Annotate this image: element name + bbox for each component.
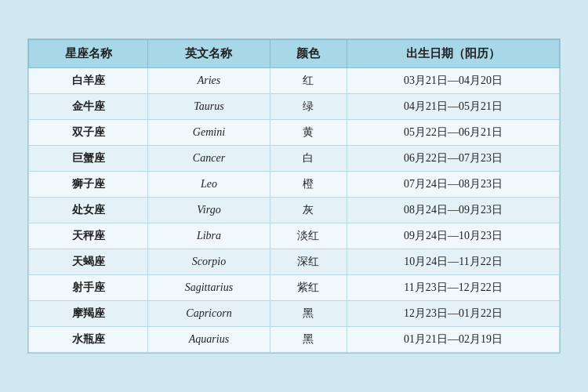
cell-chinese-name: 射手座 [29,275,148,301]
cell-chinese-name: 摩羯座 [29,301,148,327]
zodiac-table: 星座名称 英文名称 颜色 出生日期（阳历） 白羊座Aries红03月21日—04… [28,39,560,353]
header-english-name: 英文名称 [148,40,270,68]
cell-chinese-name: 白羊座 [29,68,148,94]
header-color: 颜色 [270,40,347,68]
table-row: 射手座Sagittarius紫红11月23日—12月22日 [29,275,560,301]
cell-color: 淡红 [270,223,347,249]
cell-dates: 08月24日—09月23日 [347,198,560,223]
table-row: 摩羯座Capricorn黑12月23日—01月22日 [29,301,560,327]
cell-dates: 06月22日—07月23日 [347,146,560,172]
table-row: 双子座Gemini黄05月22日—06月21日 [29,120,560,146]
cell-dates: 03月21日—04月20日 [347,68,560,94]
cell-color: 绿 [270,94,347,120]
cell-color: 灰 [270,198,347,223]
cell-color: 紫红 [270,275,347,301]
header-chinese-name: 星座名称 [29,40,148,68]
table-header-row: 星座名称 英文名称 颜色 出生日期（阳历） [29,40,560,68]
cell-english-name: Sagittarius [148,275,270,301]
cell-dates: 10月24日—11月22日 [347,249,560,275]
cell-dates: 11月23日—12月22日 [347,275,560,301]
cell-english-name: Cancer [148,146,270,172]
cell-color: 橙 [270,172,347,198]
cell-dates: 01月21日—02月19日 [347,327,560,353]
table-body: 白羊座Aries红03月21日—04月20日金牛座Taurus绿04月21日—0… [29,68,560,353]
cell-color: 红 [270,68,347,94]
cell-chinese-name: 水瓶座 [29,327,148,353]
cell-chinese-name: 狮子座 [29,172,148,198]
cell-chinese-name: 处女座 [29,198,148,223]
table-row: 天秤座Libra淡红09月24日—10月23日 [29,223,560,249]
cell-color: 黑 [270,301,347,327]
cell-english-name: Gemini [148,120,270,146]
cell-english-name: Aquarius [148,327,270,353]
cell-english-name: Taurus [148,94,270,120]
cell-english-name: Virgo [148,198,270,223]
cell-english-name: Scorpio [148,249,270,275]
table-row: 处女座Virgo灰08月24日—09月23日 [29,198,560,223]
cell-dates: 12月23日—01月22日 [347,301,560,327]
cell-english-name: Leo [148,172,270,198]
table-row: 巨蟹座Cancer白06月22日—07月23日 [29,146,560,172]
cell-dates: 09月24日—10月23日 [347,223,560,249]
cell-english-name: Aries [148,68,270,94]
table-row: 水瓶座Aquarius黑01月21日—02月19日 [29,327,560,353]
table-row: 白羊座Aries红03月21日—04月20日 [29,68,560,94]
header-dates: 出生日期（阳历） [347,40,560,68]
cell-chinese-name: 天秤座 [29,223,148,249]
table-row: 狮子座Leo橙07月24日—08月23日 [29,172,560,198]
cell-dates: 05月22日—06月21日 [347,120,560,146]
cell-color: 深红 [270,249,347,275]
cell-chinese-name: 巨蟹座 [29,146,148,172]
cell-chinese-name: 金牛座 [29,94,148,120]
table-row: 金牛座Taurus绿04月21日—05月21日 [29,94,560,120]
cell-color: 黑 [270,327,347,353]
table-row: 天蝎座Scorpio深红10月24日—11月22日 [29,249,560,275]
cell-english-name: Capricorn [148,301,270,327]
cell-chinese-name: 天蝎座 [29,249,148,275]
cell-dates: 07月24日—08月23日 [347,172,560,198]
cell-chinese-name: 双子座 [29,120,148,146]
cell-color: 黄 [270,120,347,146]
zodiac-table-container: 星座名称 英文名称 颜色 出生日期（阳历） 白羊座Aries红03月21日—04… [27,38,561,354]
cell-color: 白 [270,146,347,172]
cell-english-name: Libra [148,223,270,249]
cell-dates: 04月21日—05月21日 [347,94,560,120]
